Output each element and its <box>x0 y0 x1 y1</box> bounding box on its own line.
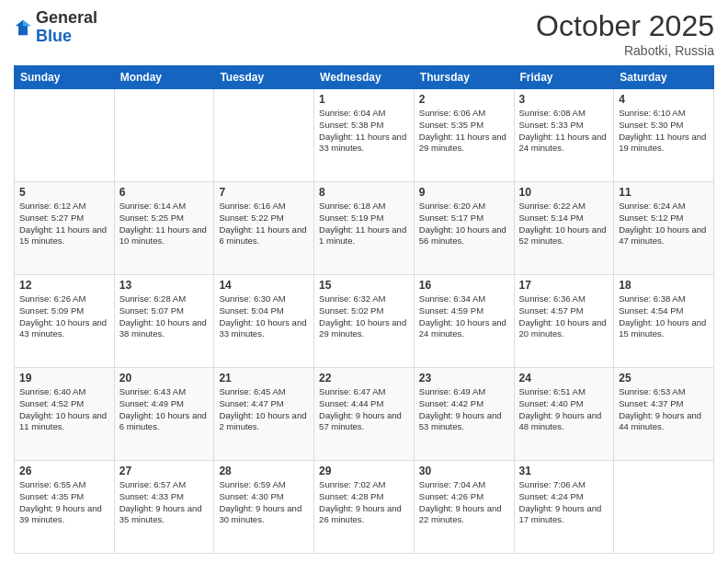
table-row: 15Sunrise: 6:32 AM Sunset: 5:02 PM Dayli… <box>314 275 415 368</box>
day-info: Sunrise: 6:06 AM Sunset: 5:35 PM Dayligh… <box>419 108 509 155</box>
day-info: Sunrise: 6:26 AM Sunset: 5:09 PM Dayligh… <box>19 293 109 340</box>
day-number: 23 <box>419 372 509 385</box>
day-number: 2 <box>419 93 509 106</box>
calendar-week-row: 12Sunrise: 6:26 AM Sunset: 5:09 PM Dayli… <box>15 275 714 368</box>
day-info: Sunrise: 6:16 AM Sunset: 5:22 PM Dayligh… <box>219 201 309 247</box>
day-number: 27 <box>119 465 210 477</box>
table-row: 7Sunrise: 6:16 AM Sunset: 5:22 PM Daylig… <box>214 182 314 275</box>
day-number: 20 <box>119 372 210 385</box>
table-row: 21Sunrise: 6:45 AM Sunset: 4:47 PM Dayli… <box>214 368 314 461</box>
day-info: Sunrise: 6:51 AM Sunset: 4:40 PM Dayligh… <box>519 386 609 433</box>
day-number: 29 <box>319 465 409 477</box>
table-row: 31Sunrise: 7:06 AM Sunset: 4:24 PM Dayli… <box>514 461 614 554</box>
day-info: Sunrise: 6:59 AM Sunset: 4:30 PM Dayligh… <box>219 479 309 526</box>
calendar-week-row: 1Sunrise: 6:04 AM Sunset: 5:38 PM Daylig… <box>15 89 714 182</box>
day-number: 16 <box>419 279 509 292</box>
day-number: 15 <box>319 279 409 292</box>
day-info: Sunrise: 6:32 AM Sunset: 5:02 PM Dayligh… <box>319 293 409 340</box>
day-number: 24 <box>519 372 609 385</box>
day-info: Sunrise: 7:06 AM Sunset: 4:24 PM Dayligh… <box>519 479 609 526</box>
day-info: Sunrise: 6:08 AM Sunset: 5:33 PM Dayligh… <box>519 108 609 155</box>
logo: General Blue <box>14 9 97 46</box>
svg-marker-1 <box>23 19 30 26</box>
day-info: Sunrise: 6:55 AM Sunset: 4:35 PM Dayligh… <box>19 479 109 526</box>
day-info: Sunrise: 6:28 AM Sunset: 5:07 PM Dayligh… <box>119 293 210 340</box>
table-row: 6Sunrise: 6:14 AM Sunset: 5:25 PM Daylig… <box>114 182 214 275</box>
day-info: Sunrise: 6:36 AM Sunset: 4:57 PM Dayligh… <box>519 293 609 340</box>
table-row: 13Sunrise: 6:28 AM Sunset: 5:07 PM Dayli… <box>114 275 214 368</box>
header: General Blue October 2025 Rabotki, Russi… <box>14 9 714 58</box>
table-row: 11Sunrise: 6:24 AM Sunset: 5:12 PM Dayli… <box>614 182 714 275</box>
col-saturday: Saturday <box>614 66 714 89</box>
day-number: 17 <box>519 279 609 292</box>
day-number: 3 <box>519 93 609 106</box>
table-row <box>214 89 314 182</box>
day-info: Sunrise: 6:43 AM Sunset: 4:49 PM Dayligh… <box>119 386 210 433</box>
table-row: 20Sunrise: 6:43 AM Sunset: 4:49 PM Dayli… <box>114 368 214 461</box>
table-row: 17Sunrise: 6:36 AM Sunset: 4:57 PM Dayli… <box>514 275 614 368</box>
table-row <box>15 89 115 182</box>
day-info: Sunrise: 7:04 AM Sunset: 4:26 PM Dayligh… <box>419 479 509 526</box>
day-info: Sunrise: 6:53 AM Sunset: 4:37 PM Dayligh… <box>619 386 709 433</box>
day-info: Sunrise: 6:34 AM Sunset: 4:59 PM Dayligh… <box>419 293 509 340</box>
day-number: 22 <box>319 372 409 385</box>
day-number: 8 <box>319 186 409 199</box>
day-info: Sunrise: 6:24 AM Sunset: 5:12 PM Dayligh… <box>619 201 709 247</box>
day-info: Sunrise: 6:04 AM Sunset: 5:38 PM Dayligh… <box>319 108 409 155</box>
table-row: 14Sunrise: 6:30 AM Sunset: 5:04 PM Dayli… <box>214 275 314 368</box>
day-number: 26 <box>19 465 109 477</box>
table-row: 3Sunrise: 6:08 AM Sunset: 5:33 PM Daylig… <box>514 89 614 182</box>
calendar-table: Sunday Monday Tuesday Wednesday Thursday… <box>14 65 714 554</box>
day-info: Sunrise: 6:14 AM Sunset: 5:25 PM Dayligh… <box>119 201 210 247</box>
day-number: 21 <box>219 372 309 385</box>
col-tuesday: Tuesday <box>214 66 314 89</box>
day-number: 1 <box>319 93 409 106</box>
col-thursday: Thursday <box>414 66 514 89</box>
day-number: 19 <box>19 372 109 385</box>
table-row <box>614 461 714 554</box>
table-row: 26Sunrise: 6:55 AM Sunset: 4:35 PM Dayli… <box>15 461 115 554</box>
day-info: Sunrise: 6:10 AM Sunset: 5:30 PM Dayligh… <box>619 108 709 155</box>
table-row: 29Sunrise: 7:02 AM Sunset: 4:28 PM Dayli… <box>314 461 415 554</box>
day-number: 9 <box>419 186 509 199</box>
day-number: 11 <box>619 186 709 199</box>
table-row: 5Sunrise: 6:12 AM Sunset: 5:27 PM Daylig… <box>15 182 115 275</box>
day-number: 25 <box>619 372 709 385</box>
calendar-week-row: 26Sunrise: 6:55 AM Sunset: 4:35 PM Dayli… <box>15 461 714 554</box>
table-row: 23Sunrise: 6:49 AM Sunset: 4:42 PM Dayli… <box>414 368 514 461</box>
table-row: 9Sunrise: 6:20 AM Sunset: 5:17 PM Daylig… <box>414 182 514 275</box>
day-number: 30 <box>419 465 509 477</box>
calendar-week-row: 19Sunrise: 6:40 AM Sunset: 4:52 PM Dayli… <box>15 368 714 461</box>
title-block: October 2025 Rabotki, Russia <box>536 9 714 58</box>
day-number: 4 <box>619 93 709 106</box>
col-friday: Friday <box>514 66 614 89</box>
month-title: October 2025 <box>536 9 714 43</box>
table-row: 18Sunrise: 6:38 AM Sunset: 4:54 PM Dayli… <box>614 275 714 368</box>
day-info: Sunrise: 7:02 AM Sunset: 4:28 PM Dayligh… <box>319 479 409 526</box>
table-row <box>114 89 214 182</box>
day-info: Sunrise: 6:47 AM Sunset: 4:44 PM Dayligh… <box>319 386 409 433</box>
day-number: 7 <box>219 186 309 199</box>
col-sunday: Sunday <box>15 66 115 89</box>
table-row: 24Sunrise: 6:51 AM Sunset: 4:40 PM Dayli… <box>514 368 614 461</box>
table-row: 27Sunrise: 6:57 AM Sunset: 4:33 PM Dayli… <box>114 461 214 554</box>
page: General Blue October 2025 Rabotki, Russi… <box>0 0 728 563</box>
day-info: Sunrise: 6:40 AM Sunset: 4:52 PM Dayligh… <box>19 386 109 433</box>
col-wednesday: Wednesday <box>314 66 415 89</box>
location-subtitle: Rabotki, Russia <box>536 43 714 58</box>
day-info: Sunrise: 6:38 AM Sunset: 4:54 PM Dayligh… <box>619 293 709 340</box>
day-info: Sunrise: 6:18 AM Sunset: 5:19 PM Dayligh… <box>319 201 409 247</box>
day-number: 13 <box>119 279 210 292</box>
day-info: Sunrise: 6:45 AM Sunset: 4:47 PM Dayligh… <box>219 386 309 433</box>
day-number: 18 <box>619 279 709 292</box>
day-number: 6 <box>119 186 210 199</box>
table-row: 2Sunrise: 6:06 AM Sunset: 5:35 PM Daylig… <box>414 89 514 182</box>
table-row: 8Sunrise: 6:18 AM Sunset: 5:19 PM Daylig… <box>314 182 415 275</box>
calendar-header-row: Sunday Monday Tuesday Wednesday Thursday… <box>15 66 714 89</box>
table-row: 1Sunrise: 6:04 AM Sunset: 5:38 PM Daylig… <box>314 89 415 182</box>
day-number: 5 <box>19 186 109 199</box>
table-row: 30Sunrise: 7:04 AM Sunset: 4:26 PM Dayli… <box>414 461 514 554</box>
day-info: Sunrise: 6:57 AM Sunset: 4:33 PM Dayligh… <box>119 479 210 526</box>
day-number: 10 <box>519 186 609 199</box>
table-row: 10Sunrise: 6:22 AM Sunset: 5:14 PM Dayli… <box>514 182 614 275</box>
